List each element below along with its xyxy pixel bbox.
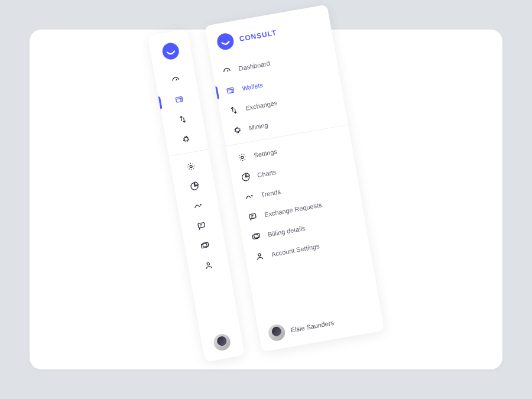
- brand-name: CONSULT: [239, 28, 278, 43]
- sidebar-footer[interactable]: [199, 322, 245, 362]
- chip-icon: [232, 124, 243, 135]
- svg-rect-14: [254, 233, 259, 238]
- nav-label: Trends: [260, 188, 281, 199]
- nav-section-primary: [154, 63, 209, 156]
- nav-label: Dashboard: [238, 59, 271, 72]
- svg-point-7: [207, 262, 210, 265]
- card-icon: [251, 231, 262, 242]
- gauge-icon: [170, 74, 181, 85]
- chat-icon: [247, 211, 258, 222]
- nav-section-secondary: [168, 149, 231, 283]
- svg-rect-2: [184, 137, 189, 141]
- avatar: [267, 323, 286, 342]
- nav-label: Billing details: [267, 224, 306, 238]
- chat-icon: [196, 220, 207, 231]
- trend-icon: [193, 200, 204, 212]
- nav-label: Account Settings: [271, 242, 320, 258]
- pie-icon: [240, 171, 251, 183]
- nav-label: Exchanges: [245, 99, 278, 111]
- gear-icon: [186, 161, 197, 172]
- user-icon: [254, 251, 265, 262]
- svg-point-9: [232, 90, 233, 92]
- nav-label: Exchange Requests: [264, 201, 322, 218]
- wallet-icon: [174, 94, 185, 105]
- svg-point-1: [180, 99, 181, 100]
- nav-label: Wallets: [241, 81, 263, 92]
- nav-label: Settings: [253, 148, 277, 159]
- design-canvas: CONSULT Dashboard Wallets Exchanges Mi: [30, 30, 502, 369]
- svg-point-3: [190, 165, 193, 168]
- pie-icon: [189, 180, 200, 192]
- svg-rect-10: [235, 128, 239, 132]
- gear-icon: [237, 152, 248, 163]
- avatar: [212, 332, 231, 351]
- brand-logo: [161, 41, 180, 60]
- svg-rect-6: [203, 242, 209, 246]
- transfer-icon: [177, 113, 189, 125]
- nav-section-secondary: Settings Charts Trends Exchange Requests…: [226, 124, 370, 272]
- chip-icon: [181, 134, 192, 145]
- gauge-icon: [222, 65, 233, 76]
- user-icon: [203, 259, 214, 271]
- transfer-icon: [228, 105, 239, 116]
- user-name: Elsie Saunders: [290, 319, 335, 333]
- wallet-icon: [225, 85, 236, 96]
- svg-point-15: [258, 253, 261, 256]
- nav-label: Mining: [248, 121, 268, 131]
- svg-point-11: [241, 155, 244, 158]
- brand-logo: [216, 32, 235, 51]
- trend-icon: [244, 192, 255, 203]
- card-icon: [199, 240, 210, 251]
- nav-label: Charts: [257, 168, 277, 178]
